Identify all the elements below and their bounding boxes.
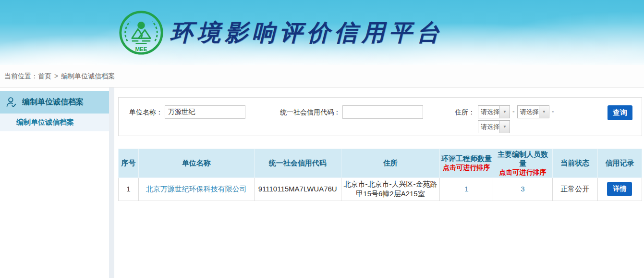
city-select-value: 请选择 (518, 106, 539, 118)
engineer-count-link[interactable]: 1 (464, 185, 468, 193)
cell-index: 1 (119, 178, 139, 201)
chevron-down-icon[interactable]: ▼ (539, 106, 549, 118)
site-header: MEE 环境影响评价信用平台 (0, 0, 644, 65)
col-credit-record: 信用记录 (597, 149, 642, 178)
col-engineer-count-sort[interactable]: 环评工程师数量 点击可进行排序 (440, 149, 493, 178)
page: MEE 环境影响评价信用平台 当前位置：首页>编制单位诚信档案 编制单位诚信档案… (0, 0, 644, 278)
address-select-row-1: 请选择 ▼ - 请选择 ▼ - (478, 105, 556, 118)
cell-credit-code: 91110115MA7LWUA76U (254, 178, 341, 201)
chevron-down-icon[interactable]: ▼ (499, 106, 510, 118)
cell-address: 北京市-北京市-大兴区-金苑路甲15号6幢2层A215室 (341, 178, 439, 201)
content: 编制单位诚信档案 编制单位诚信档案 单位名称： 统一社会信用代码： 住所： (0, 88, 644, 278)
table-row: 1 北京万源世纪环保科技有限公司 91110115MA7LWUA76U 北京市-… (119, 178, 642, 201)
staff-count-link[interactable]: 3 (521, 185, 524, 193)
credit-code-label: 统一社会信用代码： (280, 105, 340, 119)
person-check-icon (5, 96, 18, 109)
brand: MEE 环境影响评价信用平台 (0, 0, 644, 56)
col-address: 住所 (341, 149, 439, 178)
unit-name-input[interactable] (165, 105, 245, 119)
district-select-value: 请选择 (478, 121, 499, 133)
address-selects: 请选择 ▼ - 请选择 ▼ - 请选择 (478, 105, 556, 135)
col-credit-code: 统一社会信用代码 (254, 149, 341, 178)
province-select[interactable]: 请选择 ▼ (478, 105, 510, 118)
sidebar-divider (109, 88, 114, 278)
address-dash-1: - (512, 105, 515, 118)
unit-name-label: 单位名称： (129, 105, 163, 119)
unit-name-field: 单位名称： (129, 105, 245, 119)
col-company: 单位名称 (139, 149, 254, 178)
results-table: 序号 单位名称 统一社会信用代码 住所 环评工程师数量 点击可进行排序 主要编制… (118, 149, 642, 201)
cell-company: 北京万源世纪环保科技有限公司 (139, 178, 254, 201)
address-dash-2: - (552, 105, 554, 118)
breadcrumb-prefix: 当前位置： (4, 72, 38, 80)
col-staff-count-sort[interactable]: 主要编制人员数量 点击可进行排序 (493, 149, 552, 178)
breadcrumb-current: 编制单位诚信档案 (61, 72, 115, 80)
cell-staff-count: 3 (493, 178, 552, 201)
company-link[interactable]: 北京万源世纪环保科技有限公司 (146, 185, 247, 193)
sidebar: 编制单位诚信档案 编制单位诚信档案 (0, 88, 109, 278)
district-select[interactable]: 请选择 ▼ (478, 120, 510, 133)
col-status: 当前状态 (552, 149, 597, 178)
breadcrumb: 当前位置：首页>编制单位诚信档案 (0, 65, 644, 88)
breadcrumb-separator: > (54, 72, 58, 80)
site-title: 环境影响评价信用平台 (170, 17, 444, 48)
mee-logo-icon: MEE (118, 10, 164, 56)
main-content: 单位名称： 统一社会信用代码： 住所： 请选择 ▼ (114, 88, 644, 278)
svg-text:MEE: MEE (135, 46, 147, 52)
sidebar-item-archive[interactable]: 编制单位诚信档案 (0, 114, 109, 131)
col-staff-count-label: 主要编制人员数量 (498, 150, 548, 167)
sort-hint: 点击可进行排序 (494, 168, 551, 177)
sidebar-item-label: 编制单位诚信档案 (16, 118, 74, 127)
col-engineer-count-label: 环评工程师数量 (441, 154, 492, 163)
sidebar-header-archive[interactable]: 编制单位诚信档案 (0, 91, 109, 114)
col-index: 序号 (119, 149, 139, 178)
address-select-row-2: 请选择 ▼ (478, 120, 556, 133)
breadcrumb-home-link[interactable]: 首页 (38, 72, 51, 80)
credit-code-field: 统一社会信用代码： (280, 105, 423, 119)
cell-engineer-count: 1 (440, 178, 493, 201)
sort-hint: 点击可进行排序 (441, 164, 492, 172)
city-select[interactable]: 请选择 ▼ (517, 105, 549, 118)
sidebar-header-label: 编制单位诚信档案 (22, 97, 84, 107)
search-panel: 单位名称： 统一社会信用代码： 住所： 请选择 ▼ (118, 97, 642, 136)
chevron-down-icon[interactable]: ▼ (499, 121, 510, 133)
cell-status: 正常公开 (552, 178, 597, 201)
query-button[interactable]: 查询 (608, 105, 632, 120)
address-label: 住所： (455, 105, 475, 119)
credit-code-input[interactable] (342, 105, 423, 119)
province-select-value: 请选择 (478, 106, 499, 118)
table-header-row: 序号 单位名称 统一社会信用代码 住所 环评工程师数量 点击可进行排序 主要编制… (119, 149, 642, 178)
detail-button[interactable]: 详情 (607, 182, 632, 196)
address-field: 住所： 请选择 ▼ - 请选择 ▼ - (455, 105, 556, 135)
cell-credit-record: 详情 (597, 178, 642, 201)
